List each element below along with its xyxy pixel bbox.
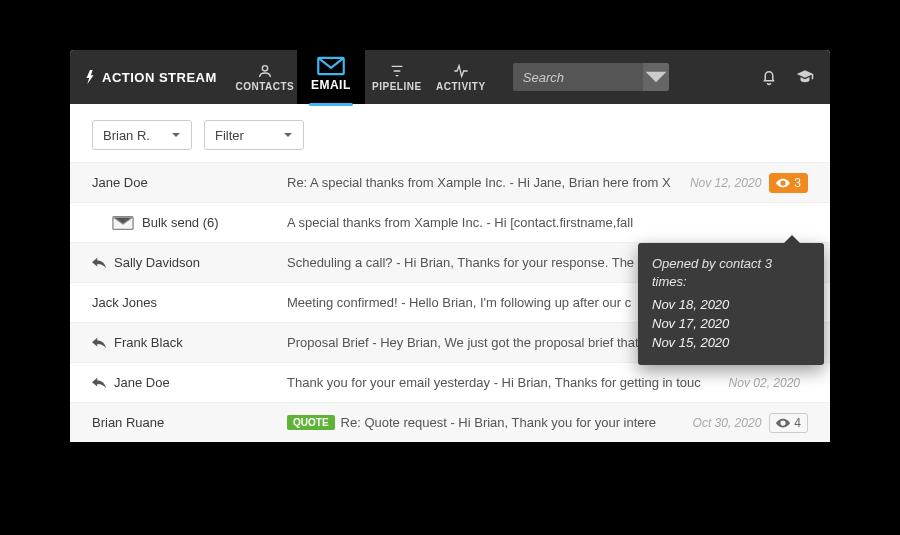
app-window: ACTION STREAM CONTACTS EMAIL PIPELINE AC… [70,50,830,442]
filter-type[interactable]: Filter [204,120,304,150]
reply-icon [92,377,106,389]
eye-icon [776,178,790,188]
email-date: Oct 30, 2020 [693,416,770,430]
header-right [760,68,830,86]
sender-cell: Sally Davidson [92,255,287,270]
search-wrap [513,63,669,91]
sender-cell: Jane Doe [92,175,287,190]
email-row[interactable]: Jane DoeRe: A special thanks from Xample… [70,162,830,202]
top-bar: ACTION STREAM CONTACTS EMAIL PIPELINE AC… [70,50,830,104]
tooltip-date: Nov 15, 2020 [652,334,810,353]
sender-name: Bulk send (6) [142,215,219,230]
email-preview: Re: A special thanks from Xample Inc. - … [287,175,690,190]
nav-email[interactable]: EMAIL [297,36,365,104]
email-preview-text: Scheduling a call? - Hi Brian, Thanks fo… [287,255,645,270]
open-count-value: 3 [794,176,801,190]
reply-icon [92,257,106,269]
graduation-cap-icon[interactable] [796,68,814,86]
reply-icon [92,337,106,349]
email-preview-text: Re: A special thanks from Xample Inc. - … [287,175,671,190]
nav-pipeline[interactable]: PIPELINE [365,50,429,104]
sender-name: Sally Davidson [114,255,200,270]
caret-down-icon [283,130,293,140]
open-count-badge[interactable]: 3 [769,173,808,193]
sender-cell: Jack Jones [92,295,287,310]
sender-cell: Frank Black [92,335,287,350]
email-preview-text: Thank you for your email yesterday - Hi … [287,375,701,390]
open-count-badge[interactable]: 4 [769,413,808,433]
sender-name: Jack Jones [92,295,157,310]
pipeline-icon [387,63,407,79]
email-row[interactable]: Bulk send (6)A special thanks from Xampl… [70,202,830,242]
search-input[interactable] [513,63,643,91]
email-row[interactable]: Brian RuaneQUOTERe: Quote request - Hi B… [70,402,830,442]
tooltip-head: Opened by contact 3 times: [652,255,810,290]
eye-icon [776,418,790,428]
email-preview-text: A special thanks from Xample Inc. - Hi [… [287,215,633,230]
filter-type-label: Filter [215,128,244,143]
email-date: Nov 12, 2020 [690,176,769,190]
activity-icon [451,63,471,79]
caret-down-icon [171,130,181,140]
nav-pipeline-label: PIPELINE [372,81,422,92]
tooltip-date: Nov 18, 2020 [652,296,810,315]
open-count-value: 4 [794,416,801,430]
email-icon [316,56,346,76]
sender-name: Jane Doe [92,175,148,190]
nav-contacts-label: CONTACTS [235,81,294,92]
email-preview-text: Proposal Brief - Hey Brian, We just got … [287,335,649,350]
search-dropdown[interactable] [643,63,669,91]
tooltip-date: Nov 17, 2020 [652,315,810,334]
bolt-icon [84,70,96,84]
sender-cell: Jane Doe [92,375,287,390]
nav-email-label: EMAIL [311,78,351,92]
bell-icon[interactable] [760,68,778,86]
opens-tooltip: Opened by contact 3 times: Nov 18, 2020 … [638,243,824,365]
sender-name: Brian Ruane [92,415,164,430]
sender-cell: Bulk send (6) [92,215,287,231]
sender-name: Jane Doe [114,375,170,390]
caret-down-icon [643,64,669,90]
brand-label: ACTION STREAM [102,70,217,85]
filter-bar: Brian R. Filter [70,104,830,162]
nav-activity[interactable]: ACTIVITY [429,50,493,104]
filter-person-label: Brian R. [103,128,150,143]
quote-tag: QUOTE [287,415,335,430]
email-preview: QUOTERe: Quote request - Hi Brian, Thank… [287,415,693,430]
brand: ACTION STREAM [70,70,233,85]
svg-point-0 [262,65,267,70]
filter-person[interactable]: Brian R. [92,120,192,150]
nav: CONTACTS EMAIL PIPELINE ACTIVITY [233,50,493,104]
email-preview-text: Meeting confirmed! - Hello Brian, I'm fo… [287,295,631,310]
sender-name: Frank Black [114,335,183,350]
email-preview-text: Re: Quote request - Hi Brian, Thank you … [341,415,657,430]
envelope-icon [112,215,134,231]
email-preview: A special thanks from Xample Inc. - Hi [… [287,215,800,230]
email-row[interactable]: Jane DoeThank you for your email yesterd… [70,362,830,402]
nav-activity-label: ACTIVITY [436,81,486,92]
email-preview: Thank you for your email yesterday - Hi … [287,375,729,390]
email-date: Nov 02, 2020 [729,376,808,390]
nav-contacts[interactable]: CONTACTS [233,50,297,104]
sender-cell: Brian Ruane [92,415,287,430]
contacts-icon [255,63,275,79]
